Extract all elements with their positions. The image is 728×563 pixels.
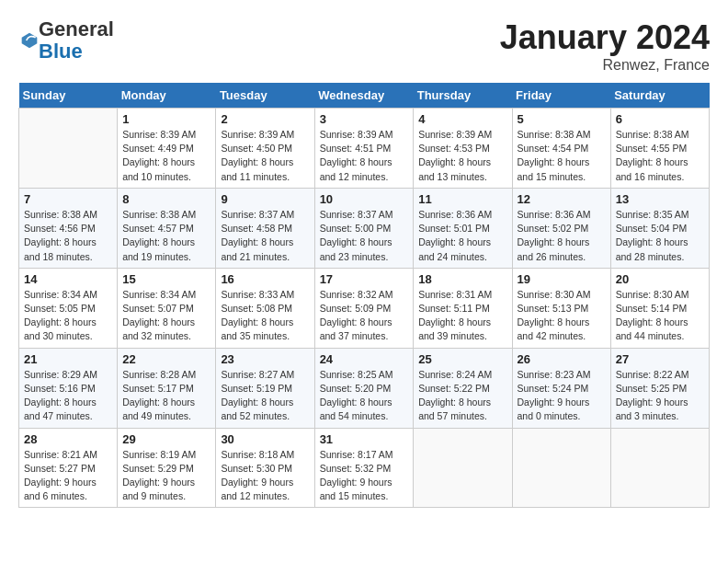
day-number: 1: [122, 112, 210, 126]
calendar-cell: 17Sunrise: 8:32 AMSunset: 5:09 PMDayligh…: [314, 268, 414, 348]
calendar-cell: 10Sunrise: 8:37 AMSunset: 5:00 PMDayligh…: [314, 188, 414, 268]
calendar-cell: 2Sunrise: 8:39 AMSunset: 4:50 PMDaylight…: [216, 109, 314, 189]
day-number: 6: [616, 112, 704, 126]
day-number: 19: [518, 272, 606, 286]
calendar-cell: 25Sunrise: 8:24 AMSunset: 5:22 PMDayligh…: [414, 348, 512, 428]
day-info: Sunrise: 8:21 AMSunset: 5:27 PMDaylight:…: [24, 448, 112, 504]
title-block: January 2024 Renwez, France: [500, 18, 710, 74]
day-info: Sunrise: 8:23 AMSunset: 5:24 PMDaylight:…: [518, 368, 606, 424]
day-info: Sunrise: 8:38 AMSunset: 4:54 PMDaylight:…: [518, 128, 606, 184]
day-info: Sunrise: 8:22 AMSunset: 5:25 PMDaylight:…: [616, 368, 704, 424]
day-info: Sunrise: 8:37 AMSunset: 5:00 PMDaylight:…: [320, 208, 409, 264]
calendar-cell: 6Sunrise: 8:38 AMSunset: 4:55 PMDaylight…: [610, 109, 709, 189]
month-title: January 2024: [500, 18, 710, 57]
day-info: Sunrise: 8:37 AMSunset: 4:58 PMDaylight:…: [221, 208, 309, 264]
day-number: 14: [24, 272, 112, 286]
day-number: 17: [320, 272, 409, 286]
day-info: Sunrise: 8:39 AMSunset: 4:51 PMDaylight:…: [320, 128, 409, 184]
calendar-cell: 30Sunrise: 8:18 AMSunset: 5:30 PMDayligh…: [216, 428, 314, 508]
calendar-cell: 3Sunrise: 8:39 AMSunset: 4:51 PMDaylight…: [314, 109, 414, 189]
logo-icon: [20, 31, 39, 50]
calendar-cell: 26Sunrise: 8:23 AMSunset: 5:24 PMDayligh…: [512, 348, 610, 428]
calendar-cell: 7Sunrise: 8:38 AMSunset: 4:56 PMDaylight…: [19, 188, 118, 268]
calendar-cell: [19, 109, 118, 189]
day-number: 18: [418, 272, 506, 286]
calendar-cell: 18Sunrise: 8:31 AMSunset: 5:11 PMDayligh…: [414, 268, 512, 348]
calendar-cell: 22Sunrise: 8:28 AMSunset: 5:17 PMDayligh…: [118, 348, 216, 428]
page-header: General Blue January 2024 Renwez, France: [18, 18, 710, 74]
calendar-cell: 5Sunrise: 8:38 AMSunset: 4:54 PMDaylight…: [512, 109, 610, 189]
calendar-cell: 24Sunrise: 8:25 AMSunset: 5:20 PMDayligh…: [314, 348, 414, 428]
day-info: Sunrise: 8:18 AMSunset: 5:30 PMDaylight:…: [221, 448, 309, 504]
weekday-header-row: SundayMondayTuesdayWednesdayThursdayFrid…: [19, 83, 710, 109]
day-info: Sunrise: 8:31 AMSunset: 5:11 PMDaylight:…: [418, 288, 506, 344]
day-info: Sunrise: 8:29 AMSunset: 5:16 PMDaylight:…: [24, 368, 112, 424]
day-info: Sunrise: 8:30 AMSunset: 5:13 PMDaylight:…: [518, 288, 606, 344]
calendar-table: SundayMondayTuesdayWednesdayThursdayFrid…: [18, 83, 710, 508]
day-number: 31: [320, 432, 409, 446]
calendar-cell: 15Sunrise: 8:34 AMSunset: 5:07 PMDayligh…: [118, 268, 216, 348]
calendar-cell: 11Sunrise: 8:36 AMSunset: 5:01 PMDayligh…: [414, 188, 512, 268]
day-info: Sunrise: 8:38 AMSunset: 4:57 PMDaylight:…: [122, 208, 210, 264]
day-info: Sunrise: 8:19 AMSunset: 5:29 PMDaylight:…: [122, 448, 210, 504]
calendar-cell: 19Sunrise: 8:30 AMSunset: 5:13 PMDayligh…: [512, 268, 610, 348]
weekday-header: Sunday: [19, 83, 118, 109]
day-number: 16: [221, 272, 309, 286]
day-info: Sunrise: 8:35 AMSunset: 5:04 PMDaylight:…: [616, 208, 704, 264]
day-info: Sunrise: 8:39 AMSunset: 4:50 PMDaylight:…: [221, 128, 309, 184]
day-info: Sunrise: 8:27 AMSunset: 5:19 PMDaylight:…: [221, 368, 309, 424]
day-number: 5: [518, 112, 606, 126]
calendar-cell: 27Sunrise: 8:22 AMSunset: 5:25 PMDayligh…: [610, 348, 709, 428]
weekday-header: Friday: [512, 83, 610, 109]
calendar-cell: [610, 428, 709, 508]
day-info: Sunrise: 8:36 AMSunset: 5:01 PMDaylight:…: [418, 208, 506, 264]
day-info: Sunrise: 8:34 AMSunset: 5:05 PMDaylight:…: [24, 288, 112, 344]
day-info: Sunrise: 8:38 AMSunset: 4:56 PMDaylight:…: [24, 208, 112, 264]
day-number: 9: [221, 192, 309, 206]
logo-text: General Blue: [39, 18, 114, 63]
day-number: 24: [320, 352, 409, 366]
calendar-cell: 9Sunrise: 8:37 AMSunset: 4:58 PMDaylight…: [216, 188, 314, 268]
day-info: Sunrise: 8:39 AMSunset: 4:53 PMDaylight:…: [418, 128, 506, 184]
logo: General Blue: [18, 18, 114, 63]
calendar-cell: 31Sunrise: 8:17 AMSunset: 5:32 PMDayligh…: [314, 428, 414, 508]
calendar-cell: [414, 428, 512, 508]
calendar-week-row: 14Sunrise: 8:34 AMSunset: 5:05 PMDayligh…: [19, 268, 710, 348]
day-info: Sunrise: 8:38 AMSunset: 4:55 PMDaylight:…: [616, 128, 704, 184]
weekday-header: Thursday: [414, 83, 512, 109]
day-number: 13: [616, 192, 704, 206]
day-number: 11: [418, 192, 506, 206]
location: Renwez, France: [500, 57, 710, 74]
day-number: 12: [518, 192, 606, 206]
day-info: Sunrise: 8:34 AMSunset: 5:07 PMDaylight:…: [122, 288, 210, 344]
calendar-cell: 20Sunrise: 8:30 AMSunset: 5:14 PMDayligh…: [610, 268, 709, 348]
calendar-cell: 29Sunrise: 8:19 AMSunset: 5:29 PMDayligh…: [118, 428, 216, 508]
calendar-cell: 4Sunrise: 8:39 AMSunset: 4:53 PMDaylight…: [414, 109, 512, 189]
weekday-header: Tuesday: [216, 83, 314, 109]
day-number: 7: [24, 192, 112, 206]
day-number: 3: [320, 112, 409, 126]
day-number: 26: [518, 352, 606, 366]
calendar-cell: 16Sunrise: 8:33 AMSunset: 5:08 PMDayligh…: [216, 268, 314, 348]
day-info: Sunrise: 8:24 AMSunset: 5:22 PMDaylight:…: [418, 368, 506, 424]
day-number: 28: [24, 432, 112, 446]
day-number: 29: [122, 432, 210, 446]
day-info: Sunrise: 8:39 AMSunset: 4:49 PMDaylight:…: [122, 128, 210, 184]
weekday-header: Saturday: [610, 83, 709, 109]
day-info: Sunrise: 8:25 AMSunset: 5:20 PMDaylight:…: [320, 368, 409, 424]
day-info: Sunrise: 8:17 AMSunset: 5:32 PMDaylight:…: [320, 448, 409, 504]
day-info: Sunrise: 8:32 AMSunset: 5:09 PMDaylight:…: [320, 288, 409, 344]
day-number: 20: [616, 272, 704, 286]
calendar-cell: 21Sunrise: 8:29 AMSunset: 5:16 PMDayligh…: [19, 348, 118, 428]
day-number: 30: [221, 432, 309, 446]
day-number: 23: [221, 352, 309, 366]
calendar-cell: 23Sunrise: 8:27 AMSunset: 5:19 PMDayligh…: [216, 348, 314, 428]
day-number: 27: [616, 352, 704, 366]
day-number: 8: [122, 192, 210, 206]
weekday-header: Monday: [118, 83, 216, 109]
calendar-cell: 8Sunrise: 8:38 AMSunset: 4:57 PMDaylight…: [118, 188, 216, 268]
calendar-week-row: 28Sunrise: 8:21 AMSunset: 5:27 PMDayligh…: [19, 428, 710, 508]
calendar-cell: 14Sunrise: 8:34 AMSunset: 5:05 PMDayligh…: [19, 268, 118, 348]
day-number: 22: [122, 352, 210, 366]
calendar-week-row: 7Sunrise: 8:38 AMSunset: 4:56 PMDaylight…: [19, 188, 710, 268]
